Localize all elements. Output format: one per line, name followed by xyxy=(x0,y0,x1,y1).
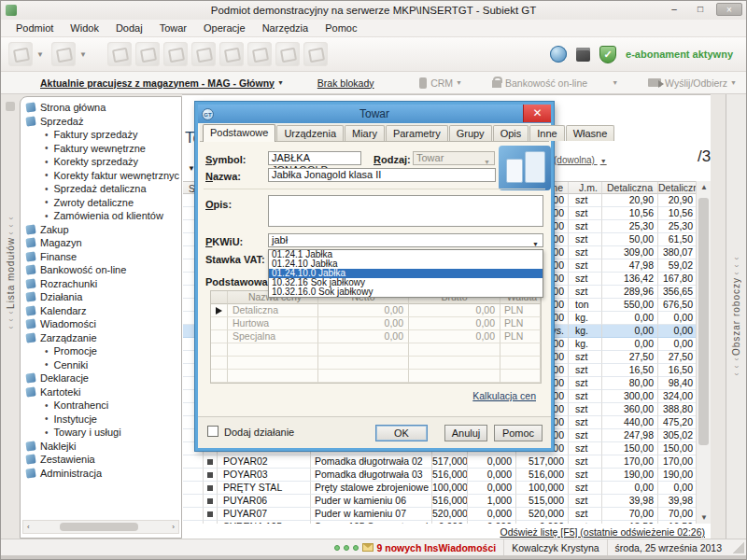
sidebar-item[interactable]: Administracja xyxy=(22,467,179,481)
toolbar-icon[interactable] xyxy=(51,42,76,66)
filter-dowolna-link[interactable]: (dowolna) ▼ xyxy=(554,155,607,165)
tab-opis[interactable]: Opis xyxy=(493,125,529,141)
sidebar-item[interactable]: Deklaracje xyxy=(22,371,179,385)
menu-item-podmiot[interactable]: Podmiot xyxy=(8,21,61,35)
tab-grupy[interactable]: Grupy xyxy=(449,125,492,141)
globe-icon[interactable] xyxy=(550,46,567,63)
symbol-input[interactable]: JABŁKA JONAGOLD xyxy=(268,151,361,165)
nazwa-input[interactable]: Jabłka Jonagold klasa II xyxy=(268,168,496,182)
workspace-strip[interactable]: › › › Obszar roboczy › › › xyxy=(726,94,746,539)
menu-item-widok[interactable]: Widok xyxy=(63,21,106,35)
opis-textarea[interactable] xyxy=(268,195,543,227)
sidebar-item[interactable]: Naklejki xyxy=(22,440,179,454)
table-row[interactable]: PUYAR07Puder w kamieniu 07520,0000,00052… xyxy=(183,508,711,521)
bankowosc-button[interactable]: Bankowość on-line xyxy=(505,77,587,89)
ok-button[interactable]: OK xyxy=(375,425,428,441)
sidebar-subitem[interactable]: •Sprzedaż detaliczna xyxy=(22,182,179,196)
tab-parametry[interactable]: Parametry xyxy=(386,125,448,141)
toolbar-icon[interactable] xyxy=(247,42,272,66)
tab-miary[interactable]: Miary xyxy=(345,125,385,141)
toolbar-icon[interactable] xyxy=(191,42,216,66)
chevron-down-icon[interactable]: ▼ xyxy=(36,50,44,59)
minimize-button[interactable]: – xyxy=(664,3,684,16)
price-row[interactable]: Detaliczna0,000,00PLN xyxy=(211,304,541,317)
sidebar-item[interactable]: Magazyn xyxy=(22,236,179,250)
scroll-right-icon[interactable]: › xyxy=(168,523,178,531)
crm-button[interactable]: CRM xyxy=(430,77,453,89)
sidebar-subitem[interactable]: •Towary i usługi xyxy=(22,426,179,440)
sidebar-item[interactable]: Finanse xyxy=(22,250,179,264)
blokada-link[interactable]: Brak blokady xyxy=(317,77,374,89)
tab-własne[interactable]: Własne xyxy=(566,125,615,141)
sidebar-item[interactable]: Zakup xyxy=(22,223,179,237)
menu-item-towar[interactable]: Towar xyxy=(152,21,194,35)
pomoc-button[interactable]: Pomoc xyxy=(494,425,543,441)
sidebar-subitem[interactable]: •Faktury sprzedaży xyxy=(22,128,179,142)
toolbar-icon[interactable] xyxy=(107,42,132,66)
sidebar-subitem[interactable]: •Zwroty detaliczne xyxy=(22,196,179,210)
tab-podstawowe[interactable]: Podstawowe xyxy=(203,124,275,142)
shield-check-icon[interactable]: ✓ xyxy=(599,46,616,63)
sidebar-item[interactable]: Strona główna xyxy=(22,101,179,115)
menu-item-narzędzia[interactable]: Narzędzia xyxy=(255,21,317,35)
sidebar-subitem[interactable]: •Cenniki xyxy=(22,358,179,372)
scrollbar-thumb[interactable] xyxy=(698,198,709,445)
sidebar-item[interactable]: Wiadomości xyxy=(22,317,179,331)
pkwiu-combobox[interactable]: jabł▼ xyxy=(268,233,543,247)
sidebar-horizontal-scrollbar[interactable]: ‹ › xyxy=(22,520,179,534)
sidebar-subitem[interactable]: •Faktury wewnętrzne xyxy=(22,142,179,156)
sidebar-item[interactable]: Kalendarz xyxy=(22,304,179,318)
sidebar-item[interactable]: Rozrachunki xyxy=(22,277,179,291)
toolbar-icon[interactable] xyxy=(303,42,328,66)
table-row[interactable]: PRĘTY STALPręty stalowe zbrojeniowe f100… xyxy=(183,482,711,495)
anuluj-button[interactable]: Anuluj xyxy=(444,425,487,441)
sidebar-item[interactable]: Bankowość on-line xyxy=(22,263,179,277)
sidebar-item[interactable]: Działania xyxy=(22,290,179,304)
dialog-close-button[interactable]: ✕ xyxy=(523,105,551,122)
table-row[interactable]: POYAR03Pomadka długotrwała 03516,0000,00… xyxy=(183,469,711,482)
sidebar-item[interactable]: Sprzedaż xyxy=(22,115,179,129)
sidebar-subitem[interactable]: •Promocje xyxy=(22,344,179,358)
wyslij-odbierz-button[interactable]: Wyślij/Odbierz xyxy=(665,77,727,89)
maximize-button[interactable]: □ xyxy=(690,3,711,16)
sidebar-item[interactable]: Zarządzanie xyxy=(22,331,179,345)
dialog-title-bar[interactable]: GT Towar xyxy=(198,105,551,123)
toolbar-icon[interactable] xyxy=(135,42,160,66)
magazyn-link[interactable]: Aktualnie pracujesz z magazynem - MAG - … xyxy=(40,77,275,89)
inswiadomosci-segment[interactable]: 9 nowych InsWiadomości xyxy=(327,539,504,555)
scroll-up-icon[interactable]: ▲ xyxy=(700,183,708,191)
toolbar-icon[interactable] xyxy=(219,42,244,66)
menu-item-dodaj[interactable]: Dodaj xyxy=(108,21,150,35)
new-messages-count[interactable]: 9 nowych InsWiadomości xyxy=(377,542,497,553)
price-row[interactable]: Specjalna0,000,00PLN xyxy=(211,330,541,343)
table-row[interactable]: POYAR02Pomadka długotrwała 02517,0000,00… xyxy=(183,455,711,469)
sidebar-item[interactable]: Kartoteki xyxy=(22,385,179,399)
sidebar-subitem[interactable]: •Korekty sprzedaży xyxy=(22,155,179,169)
close-button[interactable]: × xyxy=(716,3,742,16)
sidebar-subitem[interactable]: •Kontrahenci xyxy=(22,399,179,413)
column-header[interactable]: J.m. xyxy=(569,182,602,194)
resize-grip[interactable] xyxy=(733,542,744,553)
table-vertical-scrollbar[interactable]: ▲ ▼ xyxy=(696,181,711,524)
kalkulacja-cen-link[interactable]: Kalkulacja cen xyxy=(472,390,536,401)
sidebar-subitem[interactable]: •Instytucje xyxy=(22,413,179,427)
scrollbar-thumb[interactable] xyxy=(60,523,138,531)
cube-icon[interactable] xyxy=(576,48,590,62)
tab-urządzenia[interactable]: Urządzenia xyxy=(276,125,344,141)
refresh-list-link[interactable]: Odśwież listę [F5] (ostatnie odświeżenie… xyxy=(500,526,705,538)
sidebar-subitem[interactable]: •Zamówienia od klientów xyxy=(22,209,179,223)
pkwiu-option[interactable]: 10.32.16.0 Sok jabłkowy xyxy=(269,287,543,297)
pin-icon[interactable] xyxy=(6,102,15,111)
menu-item-pomoc[interactable]: Pomoc xyxy=(317,21,364,35)
toolbar-icon[interactable] xyxy=(8,42,33,66)
table-row[interactable]: PUYAR06Puder w kamieniu 06516,0001,00051… xyxy=(183,495,711,508)
column-header[interactable]: Detaliczna xyxy=(602,182,658,194)
dodaj-dzialanie-checkbox[interactable] xyxy=(207,426,218,437)
menu-item-operacje[interactable]: Operacje xyxy=(196,21,253,35)
scroll-left-icon[interactable]: ‹ xyxy=(23,523,34,531)
tab-inne[interactable]: Inne xyxy=(529,125,564,141)
sidebar-subitem[interactable]: •Korekty faktur wewnętrznych xyxy=(22,169,179,183)
toolbar-icon[interactable] xyxy=(275,42,300,66)
toolbar-icon[interactable] xyxy=(163,42,188,66)
price-row[interactable]: Hurtowa0,000,00PLN xyxy=(211,317,541,330)
